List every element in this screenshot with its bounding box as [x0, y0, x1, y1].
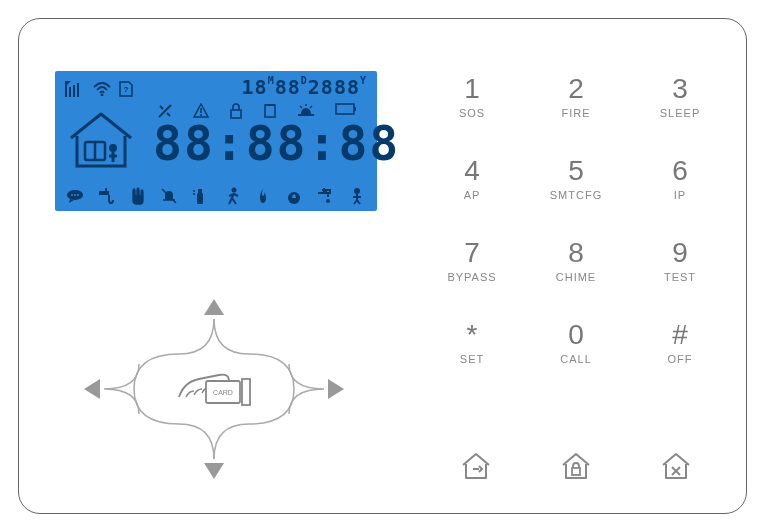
lcd-time: 88:88:88: [153, 119, 400, 167]
svg-rect-21: [354, 107, 356, 111]
key-digit: 0: [530, 321, 622, 349]
svg-rect-30: [197, 193, 203, 204]
svg-rect-26: [99, 191, 109, 195]
fire-icon: [253, 187, 273, 205]
key-3-sleep[interactable]: 3SLEEP: [634, 75, 726, 119]
key-label: SMTCFG: [530, 189, 622, 201]
key-digit: 5: [530, 157, 622, 185]
nav-pad: CARD: [84, 299, 344, 479]
arm-away-button[interactable]: [426, 451, 526, 485]
svg-rect-1: [69, 87, 71, 97]
hand-icon: [128, 187, 148, 205]
svg-rect-2: [73, 85, 75, 97]
date-d-suffix: D: [301, 75, 308, 86]
alarm-panel: ? 18M88D2888Y: [18, 18, 747, 514]
svg-point-4: [101, 94, 104, 97]
rfid-card-area[interactable]: CARD: [174, 367, 254, 411]
svg-point-33: [193, 193, 195, 195]
water-tap-icon: [96, 187, 116, 205]
svg-point-36: [326, 199, 330, 203]
key-label: FIRE: [530, 107, 622, 119]
person-icon: [347, 187, 367, 205]
arrow-up-button[interactable]: [204, 299, 224, 315]
svg-line-18: [300, 106, 302, 108]
svg-point-8: [109, 144, 117, 152]
svg-rect-20: [336, 104, 354, 114]
key-0-call[interactable]: 0CALL: [530, 321, 622, 365]
spray-icon: [190, 187, 210, 205]
key-label: CALL: [530, 353, 622, 365]
key-digit: 4: [426, 157, 518, 185]
person-run-icon: [222, 187, 242, 205]
svg-rect-44: [242, 379, 250, 405]
key-label: SET: [426, 353, 518, 365]
key-hash-off[interactable]: #OFF: [634, 321, 726, 365]
lcd-date: 18M88D2888Y: [242, 75, 367, 99]
lcd-top-row: ? 18M88D2888Y: [65, 77, 367, 101]
date-y-suffix: Y: [360, 75, 367, 86]
house-icon: [65, 108, 137, 172]
svg-line-19: [310, 106, 312, 108]
svg-point-32: [193, 190, 195, 192]
key-7-bypass[interactable]: 7BYPASS: [426, 239, 518, 283]
key-digit: 1: [426, 75, 518, 103]
key-label: AP: [426, 189, 518, 201]
svg-rect-27: [105, 188, 107, 192]
keypad: 1SOS 2FIRE 3SLEEP 4AP 5SMTCFG 6IP 7BYPAS…: [426, 75, 726, 365]
key-digit: 9: [634, 239, 726, 267]
card-label: CARD: [213, 389, 233, 396]
arrow-down-button[interactable]: [204, 463, 224, 479]
svg-point-24: [74, 194, 76, 196]
speech-icon: [65, 188, 85, 204]
key-label: OFF: [634, 353, 726, 365]
svg-point-25: [77, 194, 79, 196]
lcd-bottom-icons: [65, 187, 367, 205]
key-digit: 3: [634, 75, 726, 103]
svg-text:?: ?: [124, 85, 129, 94]
function-row: [426, 451, 726, 485]
key-6-ip[interactable]: 6IP: [634, 157, 726, 201]
key-label: CHIME: [530, 271, 622, 283]
svg-rect-40: [572, 468, 580, 475]
key-digit: 8: [530, 239, 622, 267]
key-label: BYPASS: [426, 271, 518, 283]
battery-icon: [335, 103, 357, 115]
arm-stay-button[interactable]: [526, 451, 626, 485]
disarm-button[interactable]: [626, 451, 726, 485]
date-m-suffix: M: [268, 75, 275, 86]
sim-icon: ?: [119, 81, 133, 97]
key-star-set[interactable]: *SET: [426, 321, 518, 365]
bell-cross-icon: [159, 187, 179, 205]
signal-icon: [65, 81, 85, 97]
key-digit: 7: [426, 239, 518, 267]
key-digit: 2: [530, 75, 622, 103]
date-month: 18: [242, 75, 268, 99]
gas-icon: [284, 187, 304, 205]
svg-point-34: [231, 188, 236, 193]
svg-rect-3: [77, 83, 79, 97]
svg-rect-31: [198, 189, 202, 193]
lcd-screen: ? 18M88D2888Y: [55, 71, 377, 211]
arrow-right-button[interactable]: [328, 379, 344, 399]
key-digit: #: [634, 321, 726, 349]
faucet-icon: [316, 187, 336, 205]
wifi-icon: [93, 82, 111, 96]
lcd-center: 88:88:88: [65, 101, 367, 179]
svg-point-39: [354, 188, 360, 194]
key-digit: *: [426, 321, 518, 349]
key-5-smtcfg[interactable]: 5SMTCFG: [530, 157, 622, 201]
key-8-chime[interactable]: 8CHIME: [530, 239, 622, 283]
key-9-test[interactable]: 9TEST: [634, 239, 726, 283]
date-year: 2888: [308, 75, 360, 99]
key-label: SOS: [426, 107, 518, 119]
key-digit: 6: [634, 157, 726, 185]
date-day: 88: [275, 75, 301, 99]
key-label: SLEEP: [634, 107, 726, 119]
key-label: TEST: [634, 271, 726, 283]
key-label: IP: [634, 189, 726, 201]
key-1-sos[interactable]: 1SOS: [426, 75, 518, 119]
key-2-fire[interactable]: 2FIRE: [530, 75, 622, 119]
arrow-left-button[interactable]: [84, 379, 100, 399]
key-4-ap[interactable]: 4AP: [426, 157, 518, 201]
svg-point-23: [71, 194, 73, 196]
